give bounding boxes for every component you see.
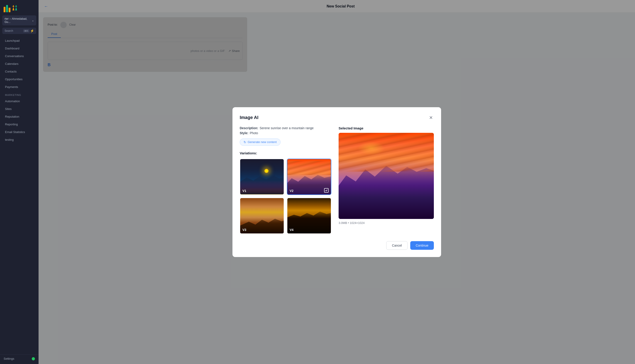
refresh-icon: ↻ [244, 140, 246, 144]
v2-clouds [287, 161, 331, 175]
search-bar[interactable]: Search ⌘K ⚡ [2, 28, 36, 34]
calendars-label: Calendars [5, 62, 18, 66]
sidebar: rter -- Ahmedabad, Gu... ⌄ Search ⌘K ⚡ L… [0, 0, 39, 364]
payments-label: Payments [5, 85, 18, 88]
sidebar-item-reporting[interactable]: Reporting [1, 120, 37, 128]
variations-grid: V1 V2 [240, 159, 331, 234]
modal-footer: Cancel Continue [240, 241, 434, 250]
variation-v1[interactable]: V1 [240, 159, 284, 195]
status-dot [32, 357, 35, 360]
search-shortcut: ⌘K [23, 30, 29, 32]
variation-v4-label: V4 [290, 228, 293, 232]
sidebar-item-launchpad[interactable]: Launchpad [1, 37, 37, 44]
modal-overlay: Image AI ✕ Description: Serene sunrise o… [39, 0, 635, 364]
account-label: rter -- Ahmedabad, Gu... [5, 17, 32, 24]
modal-close-button[interactable]: ✕ [428, 114, 434, 121]
variation-v2[interactable]: V2 [287, 159, 331, 195]
marketing-section-header: Marketing [1, 91, 37, 97]
dashboard-label: Dashboard [5, 47, 20, 50]
generate-new-content-button[interactable]: ↻ Generate new content [240, 138, 281, 146]
sidebar-logo [0, 0, 39, 16]
testing-label: testing [5, 138, 14, 142]
sidebar-item-sites[interactable]: Sites [1, 105, 37, 113]
selected-image-clouds [339, 133, 434, 172]
sidebar-item-calendars[interactable]: Calendars [1, 60, 37, 68]
logo-svg [11, 4, 19, 12]
description-value: Serene sunrise over a mountain range [260, 126, 314, 130]
sidebar-item-automation[interactable]: Automation [1, 98, 37, 105]
sidebar-nav: Launchpad Dashboard Conversations Calend… [0, 37, 39, 354]
continue-button[interactable]: Continue [410, 241, 434, 250]
variation-v1-label: V1 [242, 189, 246, 193]
conversations-label: Conversations [5, 54, 24, 58]
sidebar-item-reputation[interactable]: Reputation [1, 113, 37, 120]
account-selector[interactable]: rter -- Ahmedabad, Gu... ⌄ [2, 16, 36, 26]
opportunities-label: Opportunities [5, 78, 23, 81]
description-label: Description: [240, 126, 258, 130]
marketing-label: Marketing [5, 94, 21, 96]
variations-title: Variations: [240, 151, 331, 155]
image-metadata: 3.0MB • 1024×1024 [339, 221, 434, 224]
variation-v3-label: V3 [242, 228, 246, 232]
main-area: ← New Social Post Post to: Clear Post ph… [39, 0, 635, 364]
automation-label: Automation [5, 100, 20, 103]
sidebar-item-contacts[interactable]: Contacts [1, 68, 37, 75]
sidebar-item-opportunities[interactable]: Opportunities [1, 76, 37, 83]
sidebar-item-dashboard[interactable]: Dashboard [1, 45, 37, 52]
launchpad-label: Launchpad [5, 39, 20, 42]
cancel-button[interactable]: Cancel [386, 241, 407, 250]
reputation-label: Reputation [5, 115, 19, 118]
variation-v3[interactable]: V3 [240, 198, 284, 234]
svg-marker-3 [15, 5, 17, 7]
selected-image-title: Selected Image [339, 126, 434, 130]
sidebar-item-testing[interactable]: testing [1, 136, 37, 144]
email-statistics-label: Email Statistics [5, 130, 25, 134]
chevron-down-icon: ⌄ [32, 19, 34, 22]
description-row: Description: Serene sunrise over a mount… [240, 126, 331, 130]
svg-marker-0 [13, 7, 14, 10]
modal-header: Image AI ✕ [240, 114, 434, 121]
app-logo-icon [4, 4, 19, 12]
sidebar-item-conversations[interactable]: Conversations [1, 52, 37, 60]
generate-btn-label: Generate new content [248, 140, 277, 144]
settings-item[interactable]: Settings [0, 354, 39, 364]
search-lightning-icon: ⚡ [30, 29, 34, 33]
sites-label: Sites [5, 107, 12, 110]
search-text: Search [5, 29, 13, 32]
modal-right-panel: Selected Image 3.0MB • 1024×1024 [339, 126, 434, 234]
style-value: Photo [250, 131, 258, 135]
image-ai-modal: Image AI ✕ Description: Serene sunrise o… [232, 107, 441, 257]
reporting-label: Reporting [5, 122, 18, 126]
modal-body: Description: Serene sunrise over a mount… [240, 126, 434, 234]
selected-image-glow [358, 142, 385, 155]
variation-v2-label: V2 [290, 189, 293, 193]
style-label: Style: [240, 131, 248, 135]
settings-label: Settings [4, 357, 14, 360]
v1-sun [264, 169, 269, 173]
sidebar-item-payments[interactable]: Payments [1, 83, 37, 91]
svg-marker-2 [15, 7, 17, 10]
contacts-label: Contacts [5, 70, 17, 73]
svg-marker-1 [13, 5, 14, 7]
variation-v2-check [324, 188, 329, 193]
modal-left-panel: Description: Serene sunrise over a mount… [240, 126, 331, 234]
variation-v4[interactable]: V4 [287, 198, 331, 234]
selected-image-preview [339, 133, 434, 219]
sidebar-item-email-statistics[interactable]: Email Statistics [1, 128, 37, 136]
modal-title: Image AI [240, 115, 259, 120]
style-row: Style: Photo [240, 131, 331, 135]
